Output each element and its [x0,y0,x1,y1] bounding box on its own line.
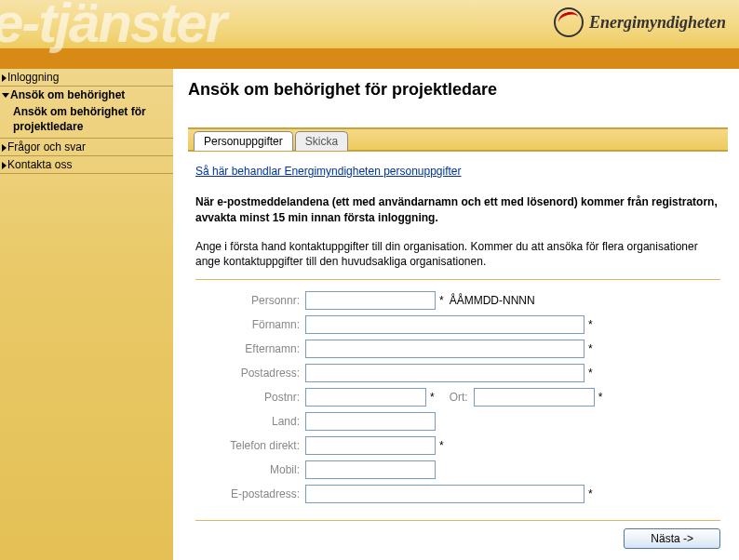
sidebar-item-faq[interactable]: Frågor och svar [0,139,173,156]
sidebar-item-contact[interactable]: Kontakta oss [0,156,173,174]
required-mark: * [430,391,435,404]
privacy-link[interactable]: Så här behandlar Energimyndigheten perso… [195,165,462,178]
postadress-input[interactable] [305,364,584,382]
mobil-input[interactable] [305,460,436,479]
tabs-bar: Personuppgifter Skicka [188,127,728,152]
sidebar: Inloggning Ansök om behörighet Ansök om … [0,69,173,560]
ort-input[interactable] [474,388,595,407]
footer: Nästa -> [195,520,720,549]
telefon-label: Telefon direkt: [195,439,305,452]
form: Personnr: * ÅÅMMDD-NNNN Förnamn: * Efter… [195,291,720,503]
sidebar-item-login[interactable]: Inloggning [0,69,173,87]
divider [195,279,720,280]
sidebar-item-label: Frågor och svar [7,140,86,153]
sidebar-item-label: Ansök om behörighet [10,88,125,101]
personnr-label: Personnr: [195,294,305,307]
land-input[interactable] [305,412,436,431]
required-mark: * [598,391,603,404]
fornamn-input[interactable] [305,315,584,334]
arrow-right-icon [2,162,7,169]
logo: Energimyndigheten [554,7,726,37]
header-watermark: e-tjänster [0,0,225,55]
page-title: Ansök om behörighet för projektledare [188,80,728,100]
required-mark: * [588,367,593,380]
logo-text: Energimyndigheten [589,13,726,33]
next-button[interactable]: Nästa -> [624,528,720,549]
required-mark: * [588,487,593,500]
logo-icon [554,7,584,37]
sidebar-item-apply-projectleader[interactable]: Ansök om behörighet för projektledare [0,103,173,139]
arrow-down-icon [2,93,9,98]
header: e-tjänster Energimyndigheten [0,0,739,48]
notice-text: När e-postmeddelandena (ett med användar… [195,194,720,226]
efternamn-input[interactable] [305,340,584,358]
sidebar-item-label: Ansök om behörighet för projektledare [13,105,146,133]
tab-personal-data[interactable]: Personuppgifter [194,131,293,151]
sidebar-item-label: Kontakta oss [7,158,72,171]
fornamn-label: Förnamn: [195,318,305,331]
personnr-hint: ÅÅMMDD-NNNN [450,294,535,307]
efternamn-label: Efternamn: [195,342,305,355]
personnr-input[interactable] [305,291,436,310]
instruction-text: Ange i första hand kontaktuppgifter till… [195,239,720,271]
ort-label: Ort: [450,391,468,404]
sidebar-item-apply[interactable]: Ansök om behörighet [0,87,173,103]
telefon-input[interactable] [305,436,436,455]
required-mark: * [439,294,444,307]
land-label: Land: [195,415,305,428]
epost-label: E-postadress: [195,487,305,500]
sidebar-item-label: Inloggning [7,71,59,84]
required-mark: * [439,439,444,452]
arrow-right-icon [2,144,7,152]
epost-input[interactable] [305,485,584,503]
required-mark: * [588,318,593,331]
main: Ansök om behörighet för projektledare Pe… [173,69,739,560]
arrow-right-icon [2,74,7,82]
postnr-label: Postnr: [195,391,305,404]
postnr-input[interactable] [305,388,426,407]
tab-send[interactable]: Skicka [295,131,348,151]
mobil-label: Mobil: [195,463,305,476]
required-mark: * [588,342,593,355]
postadress-label: Postadress: [195,367,305,380]
content: Så här behandlar Energimyndigheten perso… [188,152,728,556]
